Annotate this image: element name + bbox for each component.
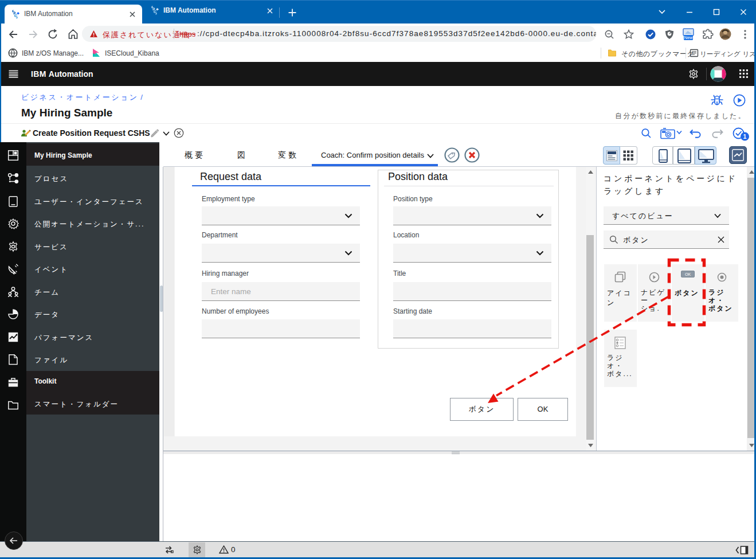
svg-text:OK: OK	[685, 272, 691, 276]
svg-text:1: 1	[743, 133, 747, 140]
svg-text:New: New	[684, 35, 693, 40]
